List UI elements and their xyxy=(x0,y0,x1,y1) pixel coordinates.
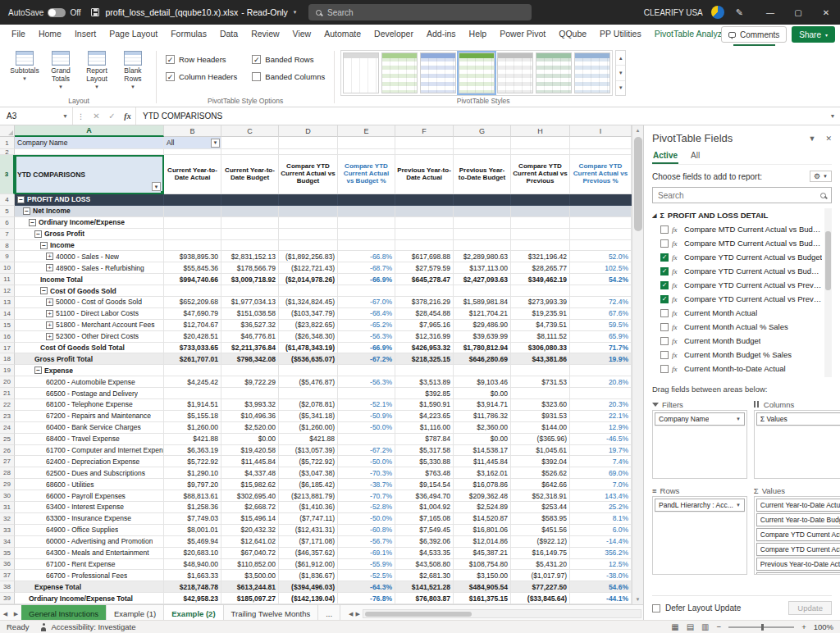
field-search-box[interactable] xyxy=(652,187,832,203)
row-number[interactable]: 3 xyxy=(0,155,15,194)
cell[interactable]: 59.5% xyxy=(570,320,632,331)
expand-icon[interactable]: + xyxy=(46,310,53,317)
row-label-cell[interactable]: −Gross Profit xyxy=(15,229,164,240)
zoom-in-icon[interactable]: + xyxy=(801,622,806,631)
cell[interactable]: ($1,478,343.19) xyxy=(279,343,338,354)
cell[interactable]: $392.85 xyxy=(395,388,454,399)
cell[interactable]: $161,375.15 xyxy=(454,593,511,604)
cell[interactable]: $43,381.86 xyxy=(511,353,570,365)
cell[interactable]: ($122,721.43) xyxy=(279,262,338,274)
cell[interactable]: $3,162.01 xyxy=(454,467,511,479)
cell[interactable]: $11,445.84 xyxy=(454,456,511,467)
cell[interactable]: $55,845.36 xyxy=(164,262,221,274)
hscroll-right-icon[interactable]: ▶ xyxy=(356,611,360,617)
cell[interactable]: ($1,324,824.45) xyxy=(279,297,338,308)
cell[interactable]: 102.5% xyxy=(570,262,632,274)
cell[interactable]: ($26,348.30) xyxy=(279,331,338,343)
expand-formula-bar-icon[interactable]: ▼ xyxy=(825,107,840,125)
cell[interactable] xyxy=(279,240,338,252)
cell[interactable]: $321,196.42 xyxy=(511,251,570,262)
cell[interactable] xyxy=(511,285,570,297)
cell[interactable]: $29,486.90 xyxy=(454,320,511,331)
cell[interactable]: -68.4% xyxy=(338,308,395,320)
cell[interactable] xyxy=(338,365,395,376)
field-list-scrollbar[interactable] xyxy=(824,208,832,377)
cell[interactable]: 8.1% xyxy=(570,513,632,525)
cell[interactable]: $302,695.40 xyxy=(221,490,279,502)
column-header-g[interactable]: G xyxy=(454,125,511,137)
cell[interactable]: $178,566.79 xyxy=(221,262,279,274)
row-label-cell[interactable]: 62400 - Depreciation Expense xyxy=(15,456,164,467)
cell[interactable]: ($103,347.79) xyxy=(279,308,338,320)
cell[interactable] xyxy=(279,388,338,399)
row-number[interactable]: 1 xyxy=(0,137,15,149)
cell[interactable]: $141,521.28 xyxy=(395,581,454,593)
column-header-a[interactable]: A xyxy=(15,125,164,137)
cell[interactable] xyxy=(279,365,338,376)
cell[interactable]: ($365.96) xyxy=(511,434,570,445)
cell[interactable]: 20.8% xyxy=(570,376,632,388)
cell[interactable] xyxy=(570,285,632,297)
cell[interactable]: ($1,260.00) xyxy=(279,422,338,434)
collapse-icon[interactable]: − xyxy=(29,219,36,226)
cell[interactable] xyxy=(395,365,454,376)
row-label-cell[interactable]: Ordinary Income/Expense Total xyxy=(15,593,164,604)
row-label-cell[interactable]: 68100 - Telephone Expense xyxy=(15,399,164,411)
cell[interactable]: $421.88 xyxy=(164,434,221,445)
cell[interactable] xyxy=(221,240,279,252)
field-item[interactable]: fxCompare MTD Current Actual vs Budget % xyxy=(652,236,823,250)
row-label-cell[interactable]: Cost Of Goods Sold Total xyxy=(15,343,164,354)
cell[interactable]: $526.62 xyxy=(511,467,570,479)
cell[interactable]: $323.60 xyxy=(511,399,570,411)
field-group-header[interactable]: ◢ΣPROFIT AND LOSS DETAIL xyxy=(652,208,823,222)
cell[interactable]: ($7,171.08) xyxy=(279,536,338,548)
collapse-icon[interactable]: − xyxy=(40,287,48,294)
cell[interactable]: $4,337.48 xyxy=(221,467,279,479)
cell[interactable]: ($5,476.87) xyxy=(279,376,338,388)
autosave-toggle[interactable]: AutoSave Off xyxy=(8,8,81,17)
cell[interactable]: $613,244.81 xyxy=(221,581,279,593)
cell[interactable]: $42,958.23 xyxy=(164,593,221,604)
cell[interactable] xyxy=(395,240,454,252)
cell[interactable]: ($6,185.42) xyxy=(279,479,338,490)
row-number[interactable]: 38 xyxy=(0,581,15,593)
cell[interactable]: -56.7% xyxy=(338,536,395,548)
cell[interactable]: $108,754.80 xyxy=(454,559,511,571)
row-label-cell[interactable]: −Cost Of Goods Sold xyxy=(15,285,164,297)
cell[interactable]: -38.0% xyxy=(570,570,632,581)
cell[interactable]: $0.00 xyxy=(454,388,511,399)
row-number[interactable]: 30 xyxy=(0,490,15,502)
area-box-columns[interactable]: Σ Values▼ xyxy=(754,410,840,479)
cell[interactable]: $19,420.58 xyxy=(221,445,279,457)
column-header-d[interactable]: D xyxy=(279,125,338,137)
cell[interactable] xyxy=(338,240,395,252)
pivot-style-thumbnail[interactable] xyxy=(497,52,533,93)
cell[interactable]: $15,496.14 xyxy=(221,513,279,525)
cell[interactable]: $39,639.99 xyxy=(454,331,511,343)
cell[interactable]: $12,316.99 xyxy=(395,331,454,343)
cell[interactable]: ($7,747.11) xyxy=(279,513,338,525)
zoom-level[interactable]: 100% xyxy=(814,622,833,631)
cell[interactable]: 22.1% xyxy=(570,411,632,422)
cell[interactable] xyxy=(279,229,338,240)
row-number[interactable]: 39 xyxy=(0,593,15,604)
row-label-cell[interactable]: 63400 - Interest Expense xyxy=(15,502,164,513)
field-item[interactable]: ✓fxCompare YTD Current Actual vs Budget xyxy=(652,250,823,264)
row-label-cell[interactable]: −Ordinary Income/Expense xyxy=(15,217,164,229)
row-label-cell[interactable]: −Income xyxy=(15,240,164,252)
row-label-cell[interactable]: Gross Profit Total xyxy=(15,353,164,365)
row-label-cell[interactable]: −PROFIT AND LOSS xyxy=(15,194,164,206)
field-pill[interactable]: Compare YTD Current Actual vs Budget▼ xyxy=(756,528,840,541)
cell[interactable] xyxy=(395,229,454,240)
row-number[interactable]: 14 xyxy=(0,308,15,320)
row-label-cell[interactable]: +51800 - Merchant Account Fees xyxy=(15,320,164,331)
cell[interactable]: -56.3% xyxy=(338,331,395,343)
cell[interactable]: -14.4% xyxy=(570,536,632,548)
cell[interactable]: $185,097.27 xyxy=(221,593,279,604)
cell[interactable] xyxy=(511,194,570,206)
field-checkbox[interactable] xyxy=(660,225,669,234)
titlebar-search[interactable]: Search xyxy=(308,4,532,20)
save-icon[interactable] xyxy=(91,8,99,16)
cell[interactable]: $5,722.92 xyxy=(164,456,221,467)
cell[interactable]: $3,500.00 xyxy=(221,570,279,581)
